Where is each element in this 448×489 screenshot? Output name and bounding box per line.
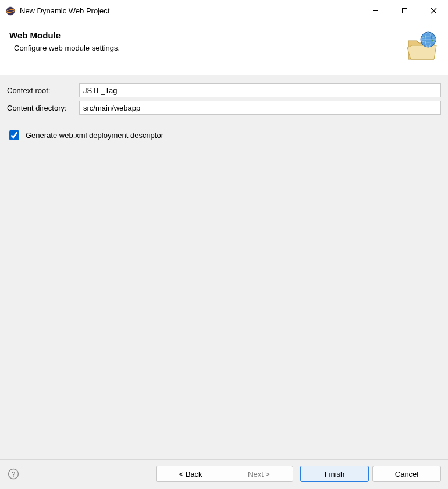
generate-webxml-checkbox[interactable]: [9, 130, 19, 140]
content-directory-label: Content directory:: [7, 104, 77, 112]
context-root-row: Context root:: [7, 83, 441, 97]
help-icon[interactable]: ?: [7, 467, 20, 480]
titlebar: New Dynamic Web Project: [0, 0, 448, 22]
context-root-label: Context root:: [7, 86, 77, 95]
generate-webxml-label[interactable]: Generate web.xml deployment descriptor: [26, 131, 163, 140]
wizard-footer: ? < Back Next > Finish Cancel: [0, 459, 448, 489]
nav-button-group: < Back Next >: [156, 466, 293, 482]
content-directory-row: Content directory:: [7, 101, 441, 115]
minimize-button[interactable]: [361, 0, 390, 22]
generate-webxml-row: Generate web.xml deployment descriptor: [7, 129, 441, 142]
svg-rect-4: [402, 9, 407, 13]
context-root-input[interactable]: [79, 83, 441, 97]
page-subtitle: Configure web module settings.: [14, 44, 399, 52]
cancel-button[interactable]: Cancel: [372, 466, 441, 482]
wizard-header: Web Module Configure web module settings…: [0, 22, 448, 75]
window-title: New Dynamic Web Project: [20, 6, 361, 15]
web-project-icon: [405, 30, 439, 64]
wizard-content: Context root: Content directory: Generat…: [0, 75, 448, 459]
close-button[interactable]: [419, 0, 448, 22]
next-button: Next >: [225, 466, 293, 482]
finish-button[interactable]: Finish: [300, 466, 369, 482]
back-button[interactable]: < Back: [156, 466, 225, 482]
wizard-header-text: Web Module Configure web module settings…: [9, 30, 399, 52]
page-title: Web Module: [9, 30, 399, 40]
eclipse-icon: [6, 6, 15, 16]
svg-text:?: ?: [12, 470, 16, 479]
window-controls: [361, 0, 448, 22]
maximize-button[interactable]: [390, 0, 419, 22]
content-directory-input[interactable]: [79, 101, 441, 115]
footer-buttons: < Back Next > Finish Cancel: [156, 466, 441, 482]
